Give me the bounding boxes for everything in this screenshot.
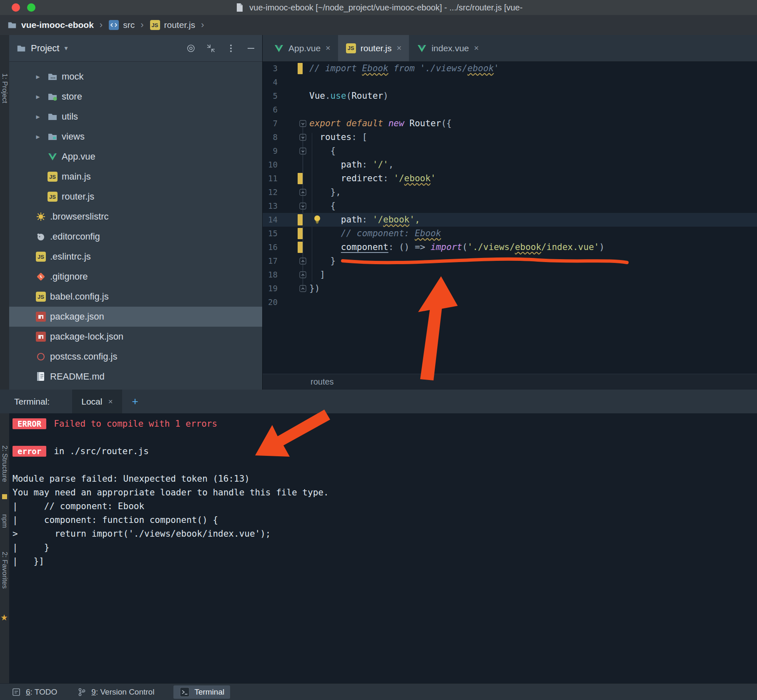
tree-item-label: utils <box>62 111 78 122</box>
code-text: }, <box>309 185 341 199</box>
tree-item-router-js[interactable]: JSrouter.js <box>9 187 262 207</box>
tab-app-vue[interactable]: App.vue× <box>266 35 338 61</box>
tab-router-js[interactable]: JSrouter.js× <box>338 35 409 61</box>
line-number[interactable]: 9 <box>263 144 278 158</box>
terminal-line: errorin ./src/router.js <box>13 444 757 458</box>
tab-label: index.vue <box>431 43 469 53</box>
fold-open-icon[interactable] <box>299 148 307 155</box>
stripe-item-favorites[interactable]: 2: Favorites <box>0 552 9 589</box>
chevron-down-icon[interactable]: ▾ <box>64 44 68 52</box>
locate-file-button[interactable] <box>185 43 196 54</box>
line-number[interactable]: 11 <box>263 172 278 185</box>
close-icon[interactable]: × <box>474 43 479 53</box>
error-badge: ERROR <box>13 418 46 429</box>
tree-item-views[interactable]: ▸views <box>9 127 262 147</box>
statusbar-version-control[interactable]: 9: Version Control <box>76 687 154 698</box>
terminal-header: Terminal: Local × + <box>0 390 757 413</box>
stripe-item-structure[interactable]: 2: Structure <box>0 445 9 482</box>
line-number[interactable]: 18 <box>263 268 278 282</box>
line-number[interactable]: 14 <box>263 213 278 227</box>
tree-item-editorconfig[interactable]: .editorconfig <box>9 227 262 247</box>
new-terminal-button[interactable]: + <box>132 395 138 408</box>
line-number[interactable]: 6 <box>263 103 278 117</box>
js-icon: JS <box>47 171 58 182</box>
editor-breadcrumb[interactable]: routes <box>263 374 757 390</box>
breadcrumb-item-src[interactable]: src <box>106 20 137 30</box>
code-line-3: 3// import Ebook from './views/ebook' <box>263 62 757 75</box>
tree-item-main-js[interactable]: JSmain.js <box>9 167 262 187</box>
options-kebab-button[interactable] <box>226 43 236 54</box>
tab-index-vue[interactable]: index.vue× <box>409 35 486 61</box>
tree-item-readme-md[interactable]: README.md <box>9 367 262 387</box>
hide-panel-button[interactable] <box>246 43 256 54</box>
tree-item-gitignore[interactable]: .gitignore <box>9 267 262 287</box>
terminal-line: You may need an appropriate loader to ha… <box>13 485 757 499</box>
line-number[interactable]: 4 <box>263 75 278 89</box>
tree-item-postcss-config-js[interactable]: postcss.config.js <box>9 347 262 367</box>
vc-label: : Version Control <box>96 688 154 696</box>
tree-item-package-lock-json[interactable]: package-lock.json <box>9 327 262 347</box>
terminal-tab-local[interactable]: Local × <box>72 390 122 413</box>
line-number[interactable]: 8 <box>263 130 278 144</box>
terminal-text: | // component: Ebook <box>13 501 144 511</box>
close-icon[interactable]: × <box>396 43 401 53</box>
code-line-14: 14 path: '/ebook', <box>263 213 757 227</box>
line-number[interactable]: 16 <box>263 240 278 254</box>
editor-tabs: App.vue×JSrouter.js×index.vue× <box>263 35 757 62</box>
stripe-item-npm[interactable]: npm <box>0 514 9 528</box>
fold-open-icon[interactable] <box>299 134 307 141</box>
tree-item-label: README.md <box>50 371 105 382</box>
tree-item-app-vue[interactable]: App.vue <box>9 147 262 167</box>
chevron-right-icon[interactable]: ▸ <box>33 132 43 141</box>
chevron-right-icon[interactable]: ▸ <box>33 72 43 81</box>
line-number[interactable]: 19 <box>263 282 278 295</box>
fold-open-icon[interactable] <box>299 202 307 210</box>
fold-close-icon[interactable] <box>299 285 307 292</box>
tree-item-mock[interactable]: ▸mock <box>9 67 262 87</box>
code-line-5: 5Vue.use(Router) <box>263 89 757 103</box>
line-number[interactable]: 3 <box>263 62 278 75</box>
editor-breadcrumb-label[interactable]: routes <box>311 377 334 387</box>
window-controls <box>12 3 35 12</box>
project-panel-title[interactable]: Project <box>31 43 59 54</box>
fold-close-icon[interactable] <box>299 258 307 265</box>
line-number[interactable]: 10 <box>263 158 278 172</box>
line-number[interactable]: 20 <box>263 295 278 309</box>
breadcrumb-item-router-js[interactable]: JSrouter.js <box>147 20 198 30</box>
code-line-10: 10 path: '/', <box>263 158 757 172</box>
line-number[interactable]: 17 <box>263 254 278 268</box>
terminal-text <box>13 432 18 442</box>
chevron-right-icon: › <box>98 20 104 30</box>
line-number[interactable]: 7 <box>263 117 278 130</box>
collapse-all-button[interactable] <box>206 43 216 54</box>
close-icon[interactable]: × <box>326 43 331 53</box>
line-number[interactable]: 12 <box>263 185 278 199</box>
tree-item-babel-config-js[interactable]: JSbabel.config.js <box>9 287 262 307</box>
fold-close-icon[interactable] <box>299 189 307 196</box>
zoom-window-button[interactable] <box>27 3 35 12</box>
readme-icon <box>35 371 46 382</box>
tree-item-store[interactable]: ▸store <box>9 87 262 107</box>
git-icon <box>35 271 46 282</box>
tree-item-package-json[interactable]: package.json <box>9 307 262 327</box>
terminal-output: ERRORFailed to compile with 1 errors err… <box>0 413 757 683</box>
fold-close-icon[interactable] <box>299 271 307 279</box>
js-icon: JS <box>150 20 160 30</box>
chevron-right-icon[interactable]: ▸ <box>33 112 43 121</box>
breadcrumb-item-vue-imooc-ebook[interactable]: vue-imooc-ebook <box>4 20 96 30</box>
tree-item-eslintrc-js[interactable]: JS.eslintrc.js <box>9 247 262 267</box>
terminal-text: | } <box>13 542 50 552</box>
tree-item-browserslistrc[interactable]: .browserslistrc <box>9 207 262 227</box>
line-number[interactable]: 13 <box>263 199 278 213</box>
statusbar-todo[interactable]: 6: TODO <box>11 687 57 698</box>
close-window-button[interactable] <box>12 3 20 12</box>
line-number[interactable]: 5 <box>263 89 278 103</box>
fold-open-icon[interactable] <box>299 120 307 128</box>
close-icon[interactable]: × <box>108 397 113 406</box>
statusbar-terminal[interactable]: Terminal <box>173 685 230 699</box>
chevron-right-icon[interactable]: ▸ <box>33 92 43 101</box>
line-number[interactable]: 15 <box>263 227 278 240</box>
terminal-text: Failed to compile with 1 errors <box>54 419 217 429</box>
tree-item-utils[interactable]: ▸utils <box>9 107 262 127</box>
stripe-item-project[interactable]: 1: Project <box>0 73 9 103</box>
